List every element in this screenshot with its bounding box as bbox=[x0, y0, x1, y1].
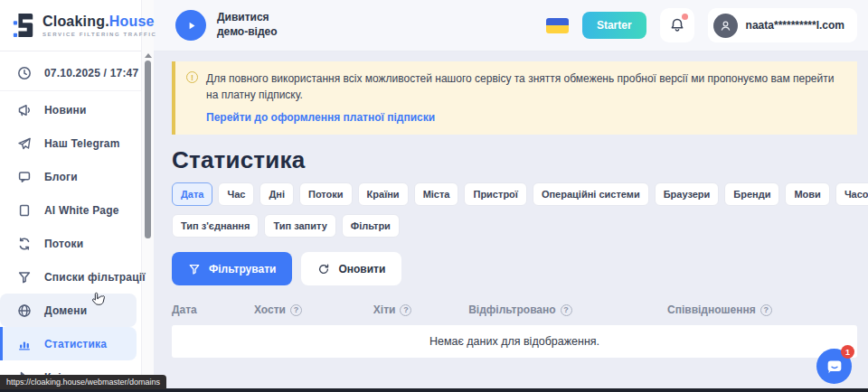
column-header-hosts: Хости bbox=[254, 303, 373, 316]
play-icon[interactable] bbox=[175, 10, 206, 41]
sidebar-datetime-label: 07.10.2025 / 17:47 bbox=[44, 67, 138, 79]
brand-logo[interactable]: Cloaking.House SERVICE FILTERING TRAFFIC bbox=[0, 0, 141, 51]
brand-logo-icon bbox=[12, 12, 35, 39]
sidebar-item-telegram[interactable]: Наш Telegram bbox=[0, 126, 141, 160]
tab-timezone[interactable]: Часовий пояс bbox=[835, 182, 868, 206]
globe-icon bbox=[17, 303, 32, 318]
tab-connection-type[interactable]: Тип з'єднання bbox=[172, 214, 259, 238]
funnel-icon bbox=[188, 263, 201, 275]
trial-alert-text: Для повного використання всіх можливосте… bbox=[206, 70, 844, 103]
brand-text: Cloaking.House SERVICE FILTERING TRAFFIC bbox=[42, 14, 156, 37]
sidebar: Cloaking.House SERVICE FILTERING TRAFFIC… bbox=[0, 0, 141, 392]
tab-days[interactable]: Дні bbox=[259, 182, 294, 206]
app-root: Cloaking.House SERVICE FILTERING TRAFFIC… bbox=[0, 0, 868, 392]
warning-icon: ! bbox=[186, 71, 198, 83]
stats-tabs-row2: Тип з'єднання Тип запиту Фільтри bbox=[172, 214, 857, 238]
sidebar-item-label: Блоги bbox=[44, 171, 78, 183]
tab-time[interactable]: Час bbox=[218, 182, 254, 206]
stats-table: Дата Хости Хіти Відфільтровано Співвідно… bbox=[172, 297, 857, 358]
tab-countries[interactable]: Країни bbox=[358, 182, 409, 206]
sidebar-item-label: AI White Page bbox=[44, 204, 119, 217]
tab-cities[interactable]: Міста bbox=[414, 182, 459, 206]
refresh-button-label: Оновити bbox=[338, 263, 385, 275]
brand-name-accent: House bbox=[109, 14, 155, 29]
chat-widget-button[interactable]: 1 bbox=[816, 349, 852, 384]
filter-button-label: Фільтрувати bbox=[209, 263, 276, 275]
sidebar-item-label: Списки фільтрації bbox=[44, 271, 146, 284]
account-email: naata**********l.com bbox=[746, 19, 844, 32]
tab-filters[interactable]: Фільтри bbox=[342, 214, 400, 238]
tab-devices[interactable]: Пристрої bbox=[464, 182, 526, 206]
sidebar-menu: 07.10.2025 / 17:47 Новини Наш Telegram Б… bbox=[0, 51, 141, 392]
megaphone-icon bbox=[17, 103, 32, 117]
column-label: Співвідношення bbox=[667, 303, 756, 316]
page-title: Статистика bbox=[172, 146, 857, 174]
sidebar-item-label: Наш Telegram bbox=[44, 137, 120, 150]
column-header-date: Дата bbox=[172, 303, 254, 316]
account-menu[interactable]: naata**********l.com bbox=[708, 8, 857, 42]
sidebar-item-label: Потоки bbox=[44, 238, 83, 250]
bell-icon bbox=[669, 17, 685, 33]
trial-alert: ! Для повного використання всіх можливос… bbox=[172, 61, 857, 135]
sidebar-item-label: Домени bbox=[44, 304, 87, 317]
upgrade-subscription-link[interactable]: Перейти до оформлення платної підписки bbox=[206, 111, 844, 124]
sidebar-item-domains[interactable]: Домени bbox=[0, 294, 137, 327]
topbar-right: Starter naata**********l.com bbox=[546, 8, 857, 42]
ukraine-flag-icon[interactable] bbox=[546, 18, 569, 33]
column-header-ratio: Співвідношення bbox=[667, 303, 857, 316]
clock-icon bbox=[17, 66, 32, 80]
sidebar-item-news[interactable]: Новини bbox=[0, 93, 141, 126]
demo-label-line2: демо-відео bbox=[217, 25, 278, 38]
page-icon bbox=[17, 203, 32, 218]
sidebar-item-statistics[interactable]: Статистика bbox=[0, 327, 137, 360]
brand-name: Cloaking. bbox=[42, 14, 109, 29]
main-content: ! Для повного використання всіх можливос… bbox=[154, 51, 868, 392]
tab-brands[interactable]: Бренди bbox=[724, 182, 779, 206]
tab-request-type[interactable]: Тип запиту bbox=[264, 214, 335, 238]
brand-tagline: SERVICE FILTERING TRAFFIC bbox=[42, 32, 156, 37]
scrollbar-thumb[interactable] bbox=[145, 61, 151, 238]
plan-badge[interactable]: Starter bbox=[582, 12, 646, 39]
column-header-filtered: Відфільтровано bbox=[468, 303, 667, 316]
link-status-tooltip: https://cloaking.house/webmaster/domains bbox=[0, 375, 166, 389]
sidebar-item-label: Статистика bbox=[44, 338, 107, 350]
sidebar-item-streams[interactable]: Потоки bbox=[0, 227, 141, 260]
filter-button[interactable]: Фільтрувати bbox=[172, 252, 292, 285]
demo-video-button[interactable]: Дивитися демо-відео bbox=[175, 10, 278, 41]
help-icon[interactable] bbox=[290, 304, 302, 316]
column-label: Дата bbox=[172, 303, 197, 316]
telegram-icon bbox=[17, 136, 32, 151]
demo-label-line1: Дивитися bbox=[217, 11, 269, 23]
tab-date[interactable]: Дата bbox=[172, 182, 212, 206]
refresh-button[interactable]: Оновити bbox=[301, 252, 401, 285]
demo-video-label: Дивитися демо-відео bbox=[217, 11, 278, 39]
sidebar-item-label: Новини bbox=[44, 104, 87, 117]
tab-streams[interactable]: Потоки bbox=[299, 182, 353, 206]
refresh-icon bbox=[317, 263, 330, 275]
scroll-up-arrow-icon[interactable] bbox=[145, 53, 152, 58]
chat-bubble-icon bbox=[17, 170, 32, 184]
column-label: Відфільтровано bbox=[468, 303, 555, 316]
chat-widget-icon bbox=[825, 357, 844, 377]
sidebar-item-filter-lists[interactable]: Списки фільтрації bbox=[0, 260, 141, 294]
column-header-hits: Хіти bbox=[373, 303, 468, 316]
column-label: Хости bbox=[254, 303, 286, 316]
actions-row: Фільтрувати Оновити bbox=[172, 252, 857, 285]
tab-languages[interactable]: Мови bbox=[785, 182, 829, 206]
topbar: Дивитися демо-відео Starter naata*******… bbox=[154, 0, 868, 51]
stats-tabs-row1: Дата Час Дні Потоки Країни Міста Пристро… bbox=[172, 182, 857, 206]
help-icon[interactable] bbox=[760, 304, 772, 316]
help-icon[interactable] bbox=[400, 304, 411, 316]
sidebar-scrollbar[interactable] bbox=[141, 0, 154, 392]
sidebar-datetime: 07.10.2025 / 17:47 bbox=[0, 55, 141, 91]
sidebar-item-blogs[interactable]: Блоги bbox=[0, 160, 141, 193]
tab-os[interactable]: Операційні системи bbox=[533, 182, 649, 206]
notifications-button[interactable] bbox=[660, 8, 694, 42]
stats-table-header: Дата Хости Хіти Відфільтровано Співвідно… bbox=[172, 297, 857, 322]
tab-browsers[interactable]: Браузери bbox=[655, 182, 720, 206]
sidebar-item-ai-white-page[interactable]: AI White Page bbox=[0, 193, 141, 227]
streams-sync-icon bbox=[17, 237, 32, 251]
notification-dot bbox=[682, 14, 688, 20]
column-label: Хіти bbox=[373, 303, 396, 316]
help-icon[interactable] bbox=[561, 304, 572, 316]
